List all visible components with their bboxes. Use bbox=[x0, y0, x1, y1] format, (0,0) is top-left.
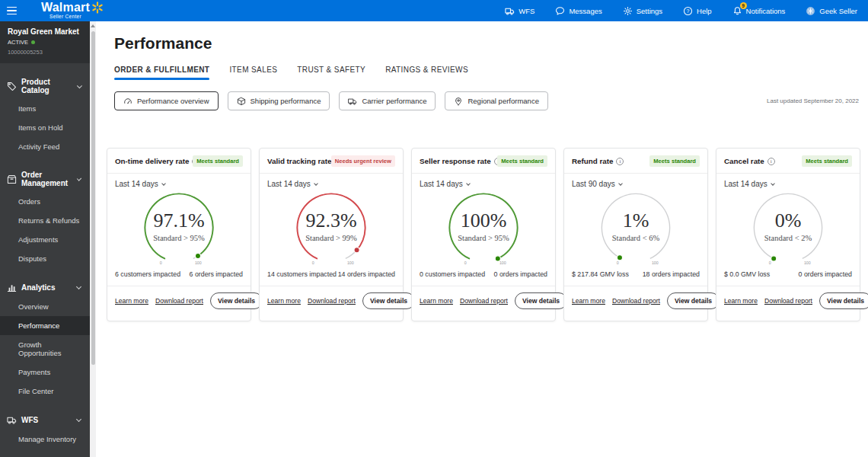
sidebar-item-items[interactable]: Items bbox=[0, 99, 90, 118]
topnav-geek-seller[interactable]: Geek Seller bbox=[806, 6, 857, 16]
download-report-link[interactable]: Download report bbox=[155, 297, 203, 305]
left-stat: 0 customers impacted bbox=[420, 270, 485, 278]
metric-card: Cancel rate i Meets standard Last 14 day… bbox=[716, 148, 860, 321]
sidebar-item-payments[interactable]: Payments bbox=[0, 363, 90, 382]
gauge-standard: Standard > 95% bbox=[130, 234, 228, 242]
sidebar-header-analytics[interactable]: Analytics bbox=[0, 278, 90, 297]
sidebar-item-file-center[interactable]: File Center bbox=[0, 382, 90, 401]
tab-trust-safety[interactable]: TRUST & SAFETY bbox=[297, 66, 365, 80]
learn-more-link[interactable]: Learn more bbox=[267, 297, 301, 305]
info-icon[interactable]: i bbox=[616, 158, 624, 165]
topnav-settings[interactable]: Settings bbox=[623, 6, 662, 16]
notification-badge: 9 bbox=[740, 2, 747, 9]
period-dropdown[interactable]: Last 14 days bbox=[716, 174, 860, 188]
status-badge: Meets standard bbox=[497, 155, 547, 167]
topnav-label: WFS bbox=[519, 7, 535, 15]
sidebar-item-overview[interactable]: Overview bbox=[0, 297, 90, 316]
sidebar-item-growth-opportunities[interactable]: Growth Opportunities bbox=[0, 335, 90, 363]
sidebar-scrollbar[interactable] bbox=[90, 21, 96, 457]
svg-text:0: 0 bbox=[160, 260, 162, 265]
sidebar-section-label: WFS bbox=[21, 416, 38, 424]
view-details-button[interactable]: View details bbox=[362, 292, 415, 309]
view-details-button[interactable]: View details bbox=[210, 292, 263, 309]
filter-shipping-performance[interactable]: Shipping performance bbox=[228, 91, 330, 110]
period-dropdown[interactable]: Last 14 days bbox=[107, 174, 251, 188]
tab-ratings-reviews[interactable]: RATINGS & REVIEWS bbox=[385, 66, 468, 80]
account-status-label: ACTIVE bbox=[8, 39, 28, 46]
period-label: Last 90 days bbox=[572, 180, 615, 188]
period-label: Last 14 days bbox=[724, 180, 767, 188]
download-report-link[interactable]: Download report bbox=[460, 297, 508, 305]
topnav-label: Help bbox=[697, 7, 712, 15]
filter-row: Performance overviewShipping performance… bbox=[114, 91, 850, 110]
sidebar-item-items-on-hold[interactable]: Items on Hold bbox=[0, 118, 90, 137]
sidebar-header-wfs[interactable]: WFS bbox=[0, 411, 90, 430]
top-bar: Walmart Seller Center WFSMessagesSetting… bbox=[0, 0, 868, 21]
account-block[interactable]: Royal Green Market ACTIVE 10000005253 bbox=[0, 21, 90, 63]
sidebar-item-performance[interactable]: Performance bbox=[0, 316, 90, 335]
sidebar-item-activity-feed[interactable]: Activity Feed bbox=[0, 137, 90, 156]
download-report-link[interactable]: Download report bbox=[308, 297, 356, 305]
svg-text:0: 0 bbox=[769, 260, 771, 265]
chevron-down-icon bbox=[314, 181, 318, 186]
chevron-down-icon bbox=[771, 181, 775, 186]
info-icon[interactable]: i bbox=[767, 158, 775, 165]
svg-text:?: ? bbox=[687, 8, 690, 13]
brand-name: Walmart bbox=[41, 2, 90, 14]
period-dropdown[interactable]: Last 90 days bbox=[564, 174, 707, 188]
filter-performance-overview[interactable]: Performance overview bbox=[114, 91, 219, 110]
svg-text:0: 0 bbox=[312, 260, 314, 265]
hamburger-menu-icon[interactable] bbox=[0, 0, 23, 21]
sidebar-item-orders[interactable]: Orders bbox=[0, 192, 90, 211]
metric-card: On-time delivery rate i Meets standard L… bbox=[107, 148, 251, 321]
help-icon: ? bbox=[683, 6, 693, 16]
sidebar-item-manage-inventory[interactable]: Manage Inventory bbox=[0, 430, 90, 449]
chart-icon bbox=[7, 283, 17, 292]
scrollbar-thumb[interactable] bbox=[91, 31, 95, 365]
tab-item-sales[interactable]: ITEM SALES bbox=[229, 66, 277, 80]
gauge-chart: 0 100 100% Standard > 95% bbox=[435, 189, 532, 267]
chevron-down-icon bbox=[161, 181, 166, 186]
filter-carrier-performance[interactable]: Carrier performance bbox=[339, 91, 436, 110]
pin-icon bbox=[454, 97, 463, 106]
card-title: Cancel rate bbox=[724, 157, 764, 165]
right-stat: 0 orders impacted bbox=[494, 270, 547, 278]
svg-text:100: 100 bbox=[195, 260, 202, 265]
tab-bar: ORDER & FULFILLMENTITEM SALESTRUST & SAF… bbox=[114, 66, 868, 80]
tab-order-fulfillment[interactable]: ORDER & FULFILLMENT bbox=[114, 66, 209, 80]
view-details-button[interactable]: View details bbox=[819, 292, 868, 309]
download-report-link[interactable]: Download report bbox=[612, 297, 660, 305]
chevron-down-icon bbox=[76, 83, 81, 88]
package-icon bbox=[7, 174, 17, 184]
sidebar-header-order-management[interactable]: Order Management bbox=[0, 166, 90, 192]
learn-more-link[interactable]: Learn more bbox=[420, 297, 453, 305]
topnav-notifications[interactable]: 9Notifications bbox=[732, 6, 786, 16]
download-report-link[interactable]: Download report bbox=[764, 297, 812, 305]
svg-text:100: 100 bbox=[347, 260, 354, 265]
sidebar-item-disputes[interactable]: Disputes bbox=[0, 249, 90, 268]
filter-regional-performance[interactable]: Regional performance bbox=[445, 91, 547, 110]
learn-more-link[interactable]: Learn more bbox=[115, 297, 148, 305]
truck-icon bbox=[7, 415, 17, 425]
sidebar-item-adjustments[interactable]: Adjustments bbox=[0, 230, 90, 249]
sidebar-section-product-catalog: Product CatalogItemsItems on HoldActivit… bbox=[0, 73, 90, 156]
walmart-seller-center-logo[interactable]: Walmart Seller Center bbox=[41, 2, 104, 20]
chat-icon bbox=[555, 6, 565, 16]
card-title: Valid tracking rate bbox=[267, 157, 331, 165]
period-dropdown[interactable]: Last 14 days bbox=[260, 174, 403, 188]
learn-more-link[interactable]: Learn more bbox=[572, 297, 605, 305]
seller-id: 10000005253 bbox=[8, 49, 82, 56]
scrollbar-up-arrow-icon[interactable] bbox=[91, 24, 95, 27]
sidebar-item-returns-refunds[interactable]: Returns & Refunds bbox=[0, 211, 90, 230]
sidebar-header-product-catalog[interactable]: Product Catalog bbox=[0, 73, 90, 99]
learn-more-link[interactable]: Learn more bbox=[724, 297, 758, 305]
svg-text:100: 100 bbox=[499, 260, 506, 265]
period-dropdown[interactable]: Last 14 days bbox=[412, 174, 555, 188]
sidebar-section-label: Analytics bbox=[21, 283, 55, 292]
topnav-wfs[interactable]: WFS bbox=[505, 6, 535, 16]
topnav-help[interactable]: ?Help bbox=[683, 6, 712, 16]
view-details-button[interactable]: View details bbox=[515, 292, 567, 309]
status-badge: Meets standard bbox=[802, 155, 852, 167]
view-details-button[interactable]: View details bbox=[667, 292, 720, 309]
topnav-messages[interactable]: Messages bbox=[555, 6, 602, 16]
